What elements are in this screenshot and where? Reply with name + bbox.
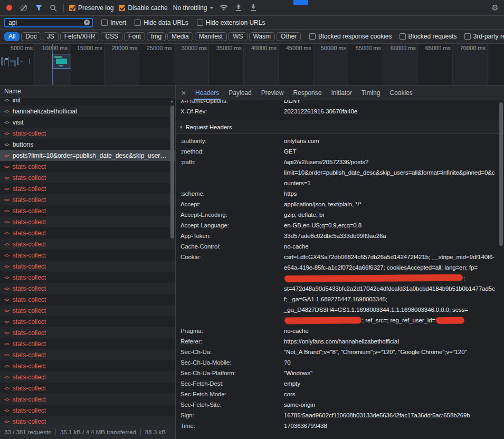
invert-checkbox[interactable]: Invert xyxy=(101,19,126,26)
request-headers-section[interactable]: ▾ Request Headers xyxy=(176,120,504,134)
header-row: Time:1703636799438 xyxy=(180,421,504,431)
expand-icon[interactable]: ▾ xyxy=(180,125,182,130)
hide-data-urls-checkbox[interactable]: Hide data URLs xyxy=(135,19,188,26)
header-name: :scheme: xyxy=(180,188,284,199)
type-filter-css[interactable]: CSS xyxy=(101,32,122,41)
scroll-up-icon[interactable]: ▲ xyxy=(170,99,174,103)
clear-filter-icon[interactable]: × xyxy=(84,20,90,25)
tab-payload[interactable]: Payload xyxy=(224,85,256,100)
type-filter-all[interactable]: All xyxy=(4,32,20,41)
request-row[interactable]: <>stats-collect xyxy=(0,238,175,250)
request-row[interactable]: <>stats-collect xyxy=(0,405,175,416)
filter-checkbox-3rd-party-requests[interactable]: 3rd-party requests xyxy=(464,33,504,40)
header-row: Accept-Encoding:gzip, deflate, br xyxy=(180,209,504,220)
checkbox-icon[interactable] xyxy=(197,20,203,26)
request-name: stats-collect xyxy=(13,385,175,392)
request-row[interactable]: <>stats-collect xyxy=(0,371,175,383)
network-overview-timeline[interactable]: 5000 ms10000 ms15000 ms20000 ms25000 ms3… xyxy=(0,44,504,85)
tab-preview[interactable]: Preview xyxy=(256,85,289,100)
request-row[interactable]: <>stats-collect xyxy=(0,250,175,261)
request-row[interactable]: <>stats-collect xyxy=(0,316,175,327)
search-button[interactable] xyxy=(49,3,58,13)
throttling-select[interactable]: No throttling xyxy=(173,4,214,12)
checkbox-checked-icon[interactable] xyxy=(69,5,75,11)
type-filter-ws[interactable]: WS xyxy=(229,32,247,41)
name-column-header[interactable]: Name xyxy=(0,85,175,98)
type-filter-font[interactable]: Font xyxy=(124,32,145,41)
requests-scrollbar[interactable]: ▲ xyxy=(169,99,175,424)
hide-extension-urls-checkbox[interactable]: Hide extension URLs xyxy=(197,19,265,26)
filter-checkbox-blocked-requests[interactable]: Blocked requests xyxy=(400,33,457,40)
type-filter-doc[interactable]: Doc xyxy=(21,32,41,41)
checkbox-icon[interactable] xyxy=(101,20,108,26)
filter-input[interactable]: api × xyxy=(4,18,93,27)
request-row[interactable]: <>stats-collect xyxy=(0,338,175,349)
type-filter-js[interactable]: JS xyxy=(43,32,59,41)
scrollbar-thumb[interactable] xyxy=(170,106,174,238)
request-row[interactable]: <>posts?limit=10&order=publish_date_desc… xyxy=(0,150,175,161)
preserve-log-checkbox[interactable]: Preserve log xyxy=(69,4,113,12)
disable-cache-checkbox[interactable]: Disable cache xyxy=(119,4,167,12)
type-filter-manifest[interactable]: Manifest xyxy=(195,32,227,41)
request-row[interactable]: <>stats-collect xyxy=(0,394,175,405)
request-row[interactable]: <>stats-collect xyxy=(0,283,175,294)
request-row[interactable]: <>stats-collect xyxy=(0,227,175,238)
request-row[interactable]: <>stats-collect xyxy=(0,294,175,305)
request-name: stats-collect xyxy=(13,407,175,414)
request-row[interactable]: <>visit xyxy=(0,117,175,128)
type-filter-other[interactable]: Other xyxy=(277,32,301,41)
filter-button[interactable] xyxy=(34,3,43,13)
request-row[interactable]: <>stats-collect xyxy=(0,305,175,316)
filter-checkbox-blocked-response-cookies[interactable]: Blocked response cookies xyxy=(309,33,392,40)
type-filter-img[interactable]: Img xyxy=(147,32,166,41)
checkbox-icon[interactable] xyxy=(309,33,316,40)
header-value: 16785:5aad9602cf110608b03133de563642fac1… xyxy=(284,410,504,421)
request-row[interactable]: <>stats-collect xyxy=(0,349,175,360)
request-row[interactable]: <>stats-collect xyxy=(0,272,175,283)
transferred-size: 35.1 kB / 4.4 MB transferred xyxy=(60,429,136,435)
request-row[interactable]: <>buttons xyxy=(0,139,175,150)
tab-timing[interactable]: Timing xyxy=(357,85,385,100)
tab-initiator[interactable]: Initiator xyxy=(326,85,356,100)
import-har-button[interactable] xyxy=(234,3,243,13)
funnel-icon xyxy=(35,5,42,11)
close-details-button[interactable]: × xyxy=(177,85,191,100)
request-row[interactable]: <>stats-collect xyxy=(0,261,175,272)
scrollbar-thumb[interactable] xyxy=(499,102,503,246)
tab-cookies[interactable]: Cookies xyxy=(385,85,417,100)
network-conditions-button[interactable] xyxy=(219,3,229,13)
request-type-icon: <> xyxy=(4,153,9,158)
tab-response[interactable]: Response xyxy=(288,85,326,100)
checkbox-icon[interactable] xyxy=(464,33,471,40)
request-row[interactable]: <>stats-collect xyxy=(0,128,175,139)
type-filter-media[interactable]: Media xyxy=(167,32,193,41)
details-scrollbar[interactable] xyxy=(498,101,504,439)
export-har-button[interactable] xyxy=(249,3,258,13)
request-row[interactable]: <>stats-collect xyxy=(0,216,175,227)
request-row[interactable]: <>stats-collect xyxy=(0,205,175,216)
request-row[interactable]: <>stats-collect xyxy=(0,360,175,371)
request-name: stats-collect xyxy=(13,263,175,270)
checkbox-icon[interactable] xyxy=(135,20,141,26)
request-name: init xyxy=(13,98,175,104)
record-button[interactable] xyxy=(4,3,14,13)
request-type-icon: <> xyxy=(4,419,9,424)
request-row[interactable]: <>hannahelizabethofficial xyxy=(0,106,175,117)
request-row[interactable]: <>stats-collect xyxy=(0,172,175,183)
timeline-tick-label: 15000 ms xyxy=(77,45,102,51)
request-type-icon: <> xyxy=(4,286,9,291)
clear-network-log-button[interactable] xyxy=(19,3,28,13)
request-row[interactable]: <>stats-collect xyxy=(0,194,175,205)
request-row[interactable]: <>stats-collect xyxy=(0,383,175,394)
settings-gear-button[interactable]: ⚙ xyxy=(490,3,500,13)
request-row[interactable]: <>init xyxy=(0,98,175,106)
type-filter-fetch-xhr[interactable]: Fetch/XHR xyxy=(60,32,100,41)
type-filter-wasm[interactable]: Wasm xyxy=(249,32,275,41)
checkbox-icon[interactable] xyxy=(400,33,406,40)
request-row[interactable]: <>stats-collect xyxy=(0,183,175,194)
request-row[interactable]: <>stats-collect xyxy=(0,327,175,338)
request-row[interactable]: <>stats-collect xyxy=(0,161,175,172)
checkbox-checked-icon[interactable] xyxy=(119,5,125,11)
tab-headers[interactable]: Headers xyxy=(191,85,224,100)
request-row[interactable]: <>stats-collect xyxy=(0,416,175,425)
